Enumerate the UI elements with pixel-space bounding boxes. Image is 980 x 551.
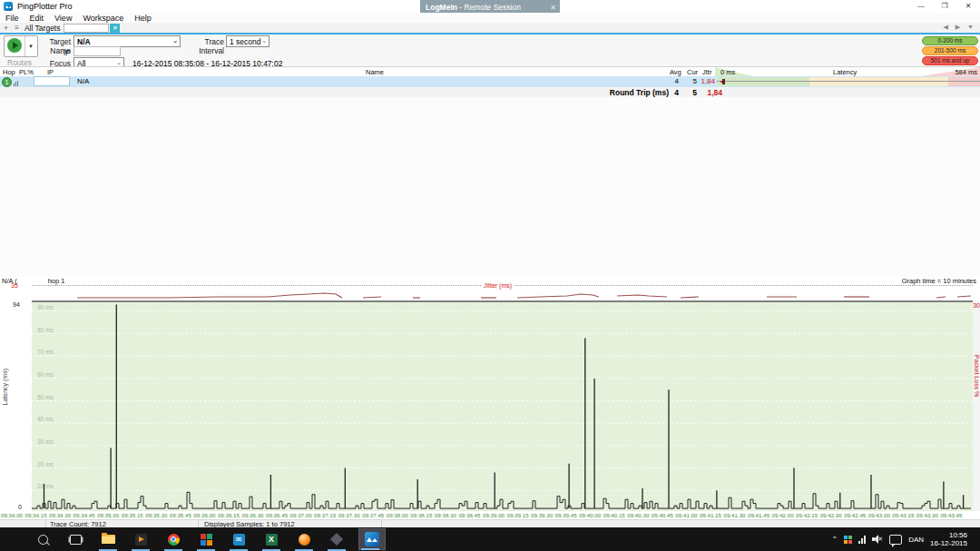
ip-input[interactable] [74,46,121,56]
menu-view[interactable]: View [49,14,77,23]
time-tick: 09:34.00 [1,512,23,518]
taskbar-browser-ball[interactable] [293,528,315,550]
time-tick: 09:43.45 [940,512,962,518]
tab-scroll-arrows[interactable]: ◀ ▶ ▼ [943,24,976,31]
graph-time-label: Graph time = 10 minutes [902,277,976,285]
window-title: PingPlotter Pro [17,2,73,11]
maximize-button[interactable]: ❐ [933,0,956,13]
tab-menu-icon[interactable]: ≡ [12,24,21,32]
tab-all-targets[interactable]: All Targets [21,24,64,33]
taskbar-excel[interactable]: X [260,528,282,550]
clock-time: 10:56 [930,531,967,539]
time-axis: 09:34.0009:34.1509:34.3009:34.4509:35.00… [0,511,980,519]
time-tick: 09:39.45 [555,512,577,518]
taskbar-pingplotter-active[interactable] [358,528,386,550]
graph-hop-label: hop 1 [48,277,65,285]
y-axis-title: Latency (ms) [2,369,8,405]
time-tick: 09:35.45 [170,512,191,518]
plot-area[interactable]: 10 ms20 ms30 ms40 ms50 ms60 ms70 ms80 ms… [32,300,973,511]
time-tick: 09:43.00 [868,512,890,518]
svg-text:40 ms: 40 ms [37,416,54,422]
time-tick: 09:37.30 [338,512,360,518]
time-tick: 09:41.15 [700,512,721,518]
latency-range-line [717,81,980,82]
tab-name-input[interactable] [64,24,109,33]
time-tick: 09:37.00 [290,512,312,518]
media-player-icon [135,534,147,546]
jitter-max-label: 35 [11,282,18,289]
menu-help[interactable]: Help [129,14,157,23]
menu-workspace[interactable]: Workspace [77,14,129,23]
hop-name: N/A [77,77,89,85]
taskbar-mail[interactable]: ✉ [228,528,250,550]
time-tick: 09:43.30 [916,512,938,518]
start-trace-button[interactable]: ▾ [4,35,38,57]
hop-graph-icon [14,81,21,86]
hop-jttr: 1,84 [695,77,715,85]
hop-number-badge: 1 [2,77,12,87]
taskbar-office[interactable] [195,528,217,550]
svg-text:20 ms: 20 ms [37,461,54,467]
taskbar-app-cube[interactable] [326,528,348,550]
round-trip-jttr: 1,84 [695,88,722,97]
menu-file[interactable]: File [0,14,24,23]
close-button[interactable]: ✕ [956,0,980,13]
time-tick: 09:40.45 [652,512,673,518]
clock[interactable]: 10:56 16-12-2015 [930,531,967,547]
logmein-tray-icon[interactable] [844,536,852,544]
taskbar-chrome[interactable] [162,528,184,550]
time-tick: 09:42.30 [820,512,842,518]
packet-loss-axis-title: Packet Loss % [974,355,980,397]
chevron-down-icon: ⌄ [172,37,178,44]
col-cur[interactable]: Cur [687,68,698,76]
col-jttr[interactable]: Jttr [702,68,711,76]
search-button[interactable] [32,528,54,550]
svg-text:90 ms: 90 ms [37,304,54,310]
svg-text:10 ms: 10 ms [37,483,54,489]
task-view-icon [70,535,82,545]
logmein-brand: LogMeIn [426,3,457,12]
col-pl[interactable]: PL% [19,68,34,76]
col-name[interactable]: Name [366,68,384,76]
col-avg[interactable]: Avg [670,68,681,76]
new-tab-button[interactable]: + [0,24,12,33]
hop-row[interactable]: 1 N/A 4 5 1,84 [0,76,980,87]
hop-ip-cell[interactable] [34,76,70,86]
network-icon[interactable] [858,536,866,544]
search-icon [38,535,48,545]
col-hop[interactable]: Hop [3,68,15,76]
time-tick: 09:36.00 [193,512,215,518]
tray-expand-chevron-icon[interactable]: ⌃ [831,536,838,544]
pingplotter-app-icon [4,2,13,11]
task-view-button[interactable] [64,528,86,550]
taskbar-media-player[interactable] [130,528,152,550]
menu-edit[interactable]: Edit [24,14,50,23]
col-ip[interactable]: IP [47,68,54,76]
jitter-strip[interactable]: Jitter (ms) 35 [0,285,980,300]
time-tick: 09:35.00 [97,512,119,518]
y-axis-min: 0 [18,504,22,510]
time-tick: 09:40.30 [627,512,649,518]
time-tick: 09:42.45 [844,512,866,518]
start-button[interactable] [7,535,17,545]
time-tick: 09:34.30 [49,512,71,518]
round-trip-label: Round Trip (ms) [578,88,669,97]
volume-muted-icon[interactable]: ✕ [872,535,883,544]
col-latency[interactable]: Latency [833,68,857,76]
play-options-chevron-icon[interactable]: ▾ [24,36,36,56]
time-tick: 09:37.45 [362,512,384,518]
notification-icon[interactable] [889,535,902,545]
svg-text:30 ms: 30 ms [37,438,54,445]
trace-interval-combo[interactable]: 1 second⌄ [226,35,270,47]
excel-icon: X [266,534,278,546]
y-axis-max: 94 [13,301,20,308]
taskbar-file-explorer[interactable] [97,528,119,550]
packet-loss-max: 30 [973,302,980,309]
latency-timeline-graph[interactable]: 94 0 Latency (ms) 10 ms20 ms30 ms40 ms50… [0,300,980,511]
language-indicator[interactable]: DAN [908,536,924,544]
latency-min-label: 0 ms [720,68,735,76]
tab-close-button[interactable]: ✕ [110,24,120,33]
minimize-button[interactable]: — [909,0,933,13]
orange-ball-icon [299,534,310,546]
chevron-down-icon: ⌄ [116,59,122,66]
